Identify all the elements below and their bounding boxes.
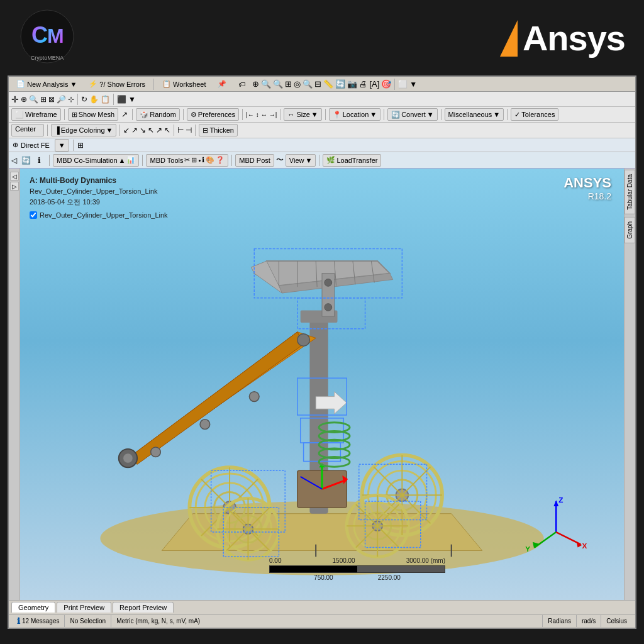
snap-icon[interactable]: ⊢ xyxy=(177,126,184,135)
edge-icon: ▐ xyxy=(55,126,60,134)
toolbar-icon-6[interactable]: 🔍 xyxy=(303,79,313,89)
load-transfer-btn[interactable]: 🌿 LoadTransfer xyxy=(323,154,381,167)
mbd-cosim-btn[interactable]: MBD Co-Simulation ▲ 📊 xyxy=(53,154,139,167)
new-analysis-menu[interactable]: 📄 New Analysis ▼ xyxy=(11,79,82,89)
worksheet-menu[interactable]: 📋 Worksheet xyxy=(157,79,211,89)
toolbar-icon-2[interactable]: 🔍 xyxy=(261,79,271,89)
zoom-in-icon[interactable]: 🔍 xyxy=(29,95,38,104)
direct-fe-bar: ⊕ Direct FE ▼ ⊞ xyxy=(9,138,635,152)
cursor-icon[interactable]: ↖ xyxy=(164,126,170,135)
arrow-2-icon[interactable]: ↙ xyxy=(123,126,130,135)
arrow-4-icon[interactable]: ↘ xyxy=(140,126,146,135)
convert-icon: 🔄 xyxy=(391,111,400,119)
misc-btn[interactable]: Miscellaneous ▼ xyxy=(445,108,504,121)
sidebar-collapse-btn[interactable]: ◁ xyxy=(10,172,19,180)
zoom-fit-icon[interactable]: ⊕ xyxy=(21,95,27,104)
mbd-refresh-icon[interactable]: 🔄 xyxy=(21,156,31,165)
toolbar-icon-12[interactable]: [A] xyxy=(369,79,379,89)
pin-menu[interactable]: 📌 xyxy=(213,79,231,89)
sidebar-expand-btn[interactable]: ▷ xyxy=(10,182,19,191)
info-icon2: ℹ xyxy=(202,156,204,164)
mbd-post-btn[interactable]: MBD Post xyxy=(235,154,274,167)
sep5 xyxy=(64,109,65,120)
toolbar-icon-10[interactable]: 📷 xyxy=(347,79,357,89)
toolbar-icon-4[interactable]: ⊞ xyxy=(285,79,292,89)
show-errors-menu[interactable]: ⚡ ?/ Show Errors xyxy=(84,79,150,89)
direct-fe-extra-icon[interactable]: ⊞ xyxy=(77,141,84,150)
size-btn[interactable]: ↔ Size ▼ xyxy=(284,108,321,121)
chart-wave-icon[interactable]: 〜 xyxy=(276,155,284,165)
toolbar-icon-11[interactable]: 🖨 xyxy=(359,79,367,89)
arrow-6-icon[interactable]: ↗ xyxy=(156,126,162,135)
location-btn[interactable]: 📍 Location ▼ xyxy=(329,108,380,121)
report-preview-tab[interactable]: Report Preview xyxy=(113,602,174,613)
app-window: 📄 New Analysis ▼ ⚡ ?/ Show Errors 📋 Work… xyxy=(8,75,636,629)
spacing-icon-2[interactable]: ↕ xyxy=(256,111,259,118)
iso-icon[interactable]: ⊹ xyxy=(68,95,74,104)
svg-text:X: X xyxy=(582,541,587,550)
random-btn[interactable]: 🎲 Random xyxy=(136,108,180,121)
selection-status: No Selection xyxy=(65,615,111,627)
mbd-back-icon[interactable]: ◁ xyxy=(11,156,17,165)
new-analysis-icon: 📄 xyxy=(16,80,25,88)
messages-status[interactable]: ℹ 12 Messages xyxy=(12,615,65,627)
arrow-3-icon[interactable]: ↗ xyxy=(131,126,138,135)
direct-fe-icon: ⊕ xyxy=(13,141,18,149)
toolbar-icon-14[interactable]: ⬜ xyxy=(398,80,408,89)
zoom-region-icon[interactable]: ⊠ xyxy=(48,95,55,104)
spacing-icon-4[interactable]: →| xyxy=(269,111,277,118)
rotate-icon[interactable]: ↻ xyxy=(81,95,87,104)
ansys-logo: Ansys xyxy=(500,18,625,58)
direct-fe-dropdown[interactable]: ▼ xyxy=(55,139,69,152)
mbd-view-btn[interactable]: View ▼ xyxy=(286,154,316,167)
convert-btn[interactable]: 🔄 Convert ▼ xyxy=(387,108,437,121)
spacing-icon-3[interactable]: ↔ xyxy=(261,111,267,118)
print-preview-tab[interactable]: Print Preview xyxy=(57,602,111,613)
show-errors-icon: ⚡ xyxy=(89,80,97,88)
tolerances-btn[interactable]: ✓ Tolerances xyxy=(511,108,558,121)
toolbar-icon-3[interactable]: 🔍 xyxy=(273,79,283,89)
more-icon[interactable]: ▼ xyxy=(128,95,136,104)
toolbar-icon-5[interactable]: ◎ xyxy=(294,79,301,89)
mbd-info-icon[interactable]: ℹ xyxy=(38,156,41,165)
sep9 xyxy=(280,109,280,120)
sep2 xyxy=(394,79,395,90)
copy-icon[interactable]: 📋 xyxy=(101,95,110,104)
toolbar-icon-15[interactable]: ▼ xyxy=(409,80,417,89)
graph-tab[interactable]: Graph xyxy=(625,217,635,243)
viewport[interactable]: A: Multi-Body Dynamics Rev_Outer_Cylinde… xyxy=(20,169,624,600)
toolbar-icon-7[interactable]: ⊟ xyxy=(314,79,321,89)
edge-coloring-btn[interactable]: ▐ Edge Coloring ▼ xyxy=(51,124,116,136)
toolbar-icon-13[interactable]: 🎯 xyxy=(381,79,391,89)
sep3 xyxy=(77,94,78,105)
snap2-icon[interactable]: ⊣ xyxy=(186,126,192,135)
zoom-box-icon[interactable]: ⊞ xyxy=(40,95,47,104)
geometry-tab[interactable]: Geometry xyxy=(11,602,55,613)
toolbar-icon-8[interactable]: 📏 xyxy=(323,79,333,89)
thicken-btn[interactable]: ⊟ Thicken xyxy=(199,124,238,136)
sep1 xyxy=(153,79,154,90)
zoom-out-icon[interactable]: 🔎 xyxy=(57,95,66,104)
crypto-logo: C M CryptoMENA xyxy=(19,8,75,67)
sep6 xyxy=(132,109,133,120)
svg-point-19 xyxy=(325,304,332,311)
arrow-5-icon[interactable]: ↖ xyxy=(148,126,154,135)
plane-icon[interactable]: ⬛ xyxy=(117,95,126,104)
toolbar-icon-1[interactable]: ⊕ xyxy=(252,79,259,89)
center-dropdown[interactable]: Center xyxy=(11,124,44,136)
preferences-btn[interactable]: ⚙ Preferences xyxy=(187,108,239,121)
mbd-tools-btn[interactable]: MBD Tools ✂ ⊞ • ℹ 🎨 ❓ xyxy=(146,154,228,167)
show-mesh-btn[interactable]: ⊞ Show Mesh xyxy=(68,108,118,121)
tag-menu[interactable]: 🏷 xyxy=(233,79,250,89)
tabular-data-tab[interactable]: Tabular Data xyxy=(625,170,635,214)
wireframe-btn[interactable]: ⬜ Wireframe xyxy=(11,108,61,121)
load-icon: 🌿 xyxy=(326,156,335,164)
header-banner: C M CryptoMENA Ansys xyxy=(0,0,644,75)
direct-fe-label: Direct FE xyxy=(21,142,50,149)
pan-icon[interactable]: ✋ xyxy=(89,95,99,104)
toolbar-icon-9[interactable]: 🔄 xyxy=(335,79,345,89)
move-icon[interactable]: ✛ xyxy=(11,94,19,104)
arrow-icon-1[interactable]: ↗ xyxy=(120,110,129,119)
svg-point-25 xyxy=(200,419,210,430)
spacing-icon-1[interactable]: |← xyxy=(246,111,254,118)
